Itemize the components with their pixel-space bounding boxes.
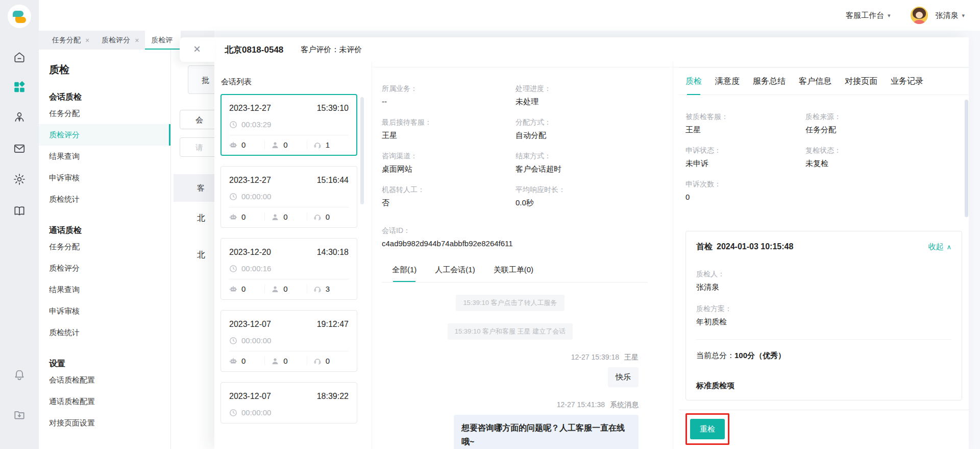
field-value: 王星	[685, 125, 805, 135]
field-value: 0.0秒	[516, 198, 669, 208]
user-icon	[271, 141, 279, 149]
customer-eval-value: 未评价	[339, 45, 362, 54]
customer-eval: 客户评价：未评价	[301, 45, 362, 55]
inspect-tab-service-summary[interactable]: 服务总结	[753, 76, 786, 94]
clock-icon	[229, 265, 237, 273]
session-list-scrollbar[interactable]	[360, 97, 364, 204]
headset-icon	[313, 285, 322, 293]
apps-grid-icon[interactable]	[13, 80, 26, 93]
underlay-batch-button[interactable]: 批	[188, 65, 214, 94]
total-score: 当前总分：100分（优秀）	[696, 351, 951, 361]
underlay-table-header: 客	[174, 174, 214, 202]
session-card[interactable]: 2023-12-2715:16:44 00:00:00 0 0 0	[220, 166, 357, 228]
session-time: 18:39:22	[317, 392, 349, 401]
sidebar-item-session-qc-config[interactable]: 会话质检配置	[39, 369, 170, 391]
sidebar-item-qc-stats[interactable]: 质检统计	[39, 188, 170, 210]
avatar[interactable]	[911, 7, 928, 24]
page-tab-qc-score[interactable]: 质检评分 ×	[95, 31, 145, 50]
session-duration: 00:00:16	[241, 264, 271, 273]
field-value: 0	[685, 193, 805, 201]
collapse-link[interactable]: 收起∧	[928, 242, 951, 252]
sidebar-item-partial[interactable]: 对接页面设置	[39, 412, 170, 434]
session-id-label: 会话ID：	[382, 226, 669, 235]
session-detail-panel: 所属业务：-- 处理进度：未处理 最后接待客服：王星 分配方式：自动分配 咨询渠…	[380, 62, 669, 449]
settings-gear-icon[interactable]	[13, 173, 26, 186]
drawer-title: 北京0818-0548	[225, 44, 283, 56]
chat-tab-all[interactable]: 全部(1)	[392, 265, 416, 282]
inspect-scrollbar[interactable]	[965, 100, 968, 217]
chat-tabs: 全部(1) 人工会话(1) 关联工单(0)	[382, 265, 648, 282]
inspect-tab-business-record[interactable]: 业务记录	[891, 76, 923, 94]
sidebar-item-call-task-assign[interactable]: 任务分配	[39, 236, 170, 257]
page-tab-label: 质检评	[151, 36, 173, 45]
inspector-label: 质检人：	[696, 270, 951, 279]
chevron-down-icon: ▾	[962, 12, 965, 19]
sidebar-item-call-qc-stats[interactable]: 质检统计	[39, 322, 170, 343]
chat-tab-tickets[interactable]: 关联工单(0)	[494, 265, 533, 282]
chat-message-time: 12-27 15:39:18	[571, 353, 619, 361]
chat-message-list: 15:39:10 客户点击了转人工服务 15:39:10 客户和客服 王星 建立…	[382, 282, 648, 449]
close-icon[interactable]: ×	[135, 36, 139, 44]
home-icon[interactable]	[13, 51, 26, 64]
chevron-down-icon: ▾	[888, 12, 891, 19]
underlying-page-strip: 批 会 请 客 北 北	[170, 50, 214, 449]
visitor-msg-count: 0	[283, 140, 287, 149]
chat-bubble: 快乐	[608, 367, 639, 387]
field-value: 否	[382, 198, 516, 208]
sidebar-item-call-appeal-review[interactable]: 申诉审核	[39, 300, 170, 322]
sidebar-item-result-query[interactable]: 结果查询	[39, 146, 170, 167]
session-card[interactable]: 2023-12-2014:30:18 00:00:16 0 0 3	[220, 238, 357, 300]
recheck-button[interactable]: 重检	[690, 419, 725, 439]
field-label: 结束方式：	[516, 152, 669, 161]
sidebar-section-call-qc: 通话质检	[49, 225, 170, 236]
field-label: 申诉次数：	[685, 180, 805, 189]
clock-icon	[229, 409, 237, 417]
chat-system-pill: 15:39:10 客户和客服 王星 建立了会话	[448, 323, 573, 340]
session-time: 15:39:10	[317, 104, 349, 113]
underlay-table-row[interactable]: 北	[197, 213, 205, 224]
field-label: 处理进度：	[516, 84, 669, 93]
sidebar-item-task-assign[interactable]: 任务分配	[39, 103, 170, 124]
page-tab-task-assign[interactable]: 任务分配 ×	[46, 31, 95, 50]
field-label: 最后接待客服：	[382, 118, 516, 127]
inspect-tab-customer-info[interactable]: 客户信息	[799, 76, 831, 94]
drawer-close-button[interactable]: ×	[180, 37, 214, 62]
sidebar-item-call-result-query[interactable]: 结果查询	[39, 279, 170, 300]
sidebar-item-appeal-review[interactable]: 申诉审核	[39, 167, 170, 188]
underlay-select[interactable]: 会	[180, 110, 214, 129]
inspect-tab-qc[interactable]: 质检	[685, 76, 702, 94]
sidebar-item-call-qc-config[interactable]: 通话质检配置	[39, 391, 170, 412]
user-menu[interactable]: 张清泉 ▾	[935, 11, 965, 20]
session-card-selected[interactable]: 2023-12-2715:39:10 00:03:29 0 0 1	[220, 94, 357, 156]
agent-person-icon[interactable]	[13, 110, 26, 124]
chat-tab-manual[interactable]: 人工会话(1)	[435, 265, 475, 282]
session-card[interactable]: 2023-12-0718:39:22 00:00:00	[220, 382, 357, 423]
inspect-tab-integration-page[interactable]: 对接页面	[845, 76, 877, 94]
workspace-menu[interactable]: 客服工作台 ▾	[846, 11, 891, 20]
clock-icon	[229, 193, 237, 201]
chat-message-sender: 王星	[624, 353, 639, 361]
inspect-tab-satisfaction[interactable]: 满意度	[715, 76, 740, 94]
app-logo[interactable]	[8, 5, 31, 28]
session-card[interactable]: 2023-12-0719:12:47 00:00:00 0 0 0	[220, 310, 357, 372]
book-icon[interactable]	[13, 204, 26, 218]
mail-icon[interactable]	[13, 142, 26, 155]
chat-message-sender: 系统消息	[610, 400, 639, 409]
headset-icon	[313, 357, 322, 365]
underlay-search-input[interactable]: 请	[180, 137, 214, 157]
field-label: 所属业务：	[382, 84, 516, 93]
sidebar-item-call-qc-score[interactable]: 质检评分	[39, 257, 170, 279]
close-icon[interactable]: ×	[85, 36, 89, 44]
page-tab-qc-score-active[interactable]: 质检评	[145, 31, 181, 50]
robot-icon	[229, 357, 237, 365]
bell-icon[interactable]	[13, 368, 26, 382]
divider	[372, 62, 372, 449]
sidebar-section-settings: 设置	[49, 359, 170, 369]
session-duration: 00:00:00	[241, 192, 271, 201]
agent-msg-count: 3	[326, 285, 330, 293]
sidebar-item-qc-score[interactable]: 质检评分	[39, 124, 170, 146]
user-name: 张清泉	[935, 11, 958, 20]
download-folder-icon[interactable]	[13, 408, 26, 421]
field-label: 咨询渠道：	[382, 152, 516, 161]
underlay-table-row[interactable]: 北	[197, 250, 205, 261]
